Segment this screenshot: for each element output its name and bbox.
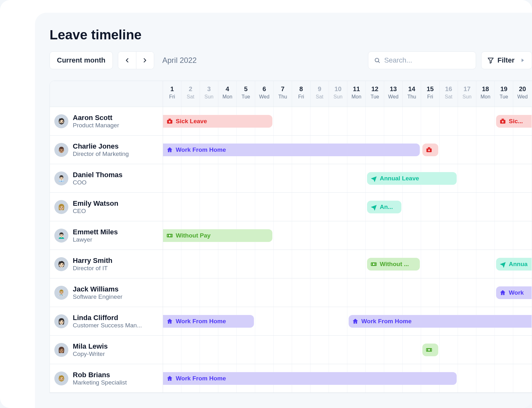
timeline-row: 👩🏽 Mila Lewis Copy-Writer [50,336,532,364]
leave-bar-wfh[interactable]: Work From Home [163,372,457,385]
leave-bar-annual[interactable]: Annual Leave [367,172,457,185]
timeline-cell [200,278,218,307]
next-month-button[interactable] [136,52,154,69]
timeline-cell [310,336,329,364]
timeline-cell [476,221,495,250]
timeline-cell [347,336,366,364]
timeline-cell [329,107,347,135]
timeline-cell [440,250,458,278]
leave-bar-withoutpay[interactable]: Without ... [367,258,420,271]
leave-bar-annual[interactable]: Annua [496,258,532,271]
leave-bar-sick[interactable]: Sic... [496,115,532,128]
timeline-cell [163,250,181,278]
employee-role: Lawyer [73,236,118,243]
timeline-cell [440,278,458,307]
employee-name: Mila Lewis [73,342,108,351]
day-header: 4 Mon [218,81,237,107]
timeline-cell [513,364,532,392]
employee-role: Director of Marketing [73,150,129,157]
timeline-grid: Work [163,278,532,307]
timeline-grid: Without Pay [163,221,532,250]
svg-rect-5 [168,118,171,120]
timeline-cell [329,250,347,278]
employee-name: Charlie Jones [73,142,129,150]
filter-button[interactable]: Filter [481,51,532,69]
timeline-row: 👨🏻‍💼 Daniel Thomas COO Annual Leave [50,164,532,193]
leave-bar-withoutpay[interactable]: Without Pay [163,229,272,242]
timeline-cell [440,336,458,364]
medkit-icon [166,118,173,125]
chevron-right-icon [141,57,148,64]
day-header: 16 Sat [440,81,458,107]
timeline-cell [274,278,292,307]
employee-cell[interactable]: 👨🏼‍⚕️ Jack Williams Software Engineer [50,278,163,307]
day-number: 18 [476,85,494,93]
leave-bar-sick[interactable] [422,144,438,156]
employee-cell[interactable]: 👨🏻‍🦱 Emmett Miles Lawyer [50,221,163,250]
day-number: 3 [200,85,218,93]
day-of-week: Sat [310,94,329,100]
day-number: 8 [292,85,310,93]
search-box[interactable] [368,51,476,69]
employee-cell[interactable]: 👩🏽 Mila Lewis Copy-Writer [50,336,163,364]
day-of-week: Mon [476,94,494,100]
timeline-cell [255,278,274,307]
employee-cell[interactable]: 👩🏼 Emily Watson CEO [50,193,163,221]
timeline-row: 👨🏼‍⚕️ Jack Williams Software Engineer Wo… [50,278,532,307]
svg-rect-19 [172,235,172,237]
timeline-grid: Sick Leave Sic... [163,107,532,135]
timeline-cell [403,107,421,135]
leave-bar-annual[interactable]: An... [367,201,401,213]
day-of-week: Wed [513,94,532,100]
timeline-cell [440,136,458,164]
timeline-cell [421,250,440,278]
timeline-cell [513,336,532,364]
day-number: 2 [181,85,200,93]
day-number: 15 [421,85,439,93]
timeline-cell [384,221,403,250]
employee-name: Daniel Thomas [73,171,122,179]
day-header: 8 Fri [292,81,310,107]
timeline-grid: Work From Home Work From Home [163,307,532,335]
timeline-cell [255,336,274,364]
leave-bar-wfh[interactable]: Work From Home [163,144,420,156]
timeline-cell [476,364,495,392]
employee-cell[interactable]: 🧑🏻 Harry Smith Director of IT [50,250,163,278]
day-of-week: Wed [384,94,402,100]
leave-bar-wfh[interactable]: Work [496,286,532,299]
employee-cell[interactable]: 🧔🏼 Rob Brians Marketing Specialist [50,364,163,392]
timeline-row: 👩🏻 Linda Clifford Customer Success Man..… [50,307,532,336]
timeline-cell [495,221,513,250]
search-input[interactable] [384,56,470,64]
money-icon [166,232,173,239]
timeline-cell [403,336,421,364]
timeline-cell [329,221,347,250]
day-number: 10 [329,85,347,93]
timeline-cell [329,164,347,192]
employee-cell[interactable]: 👩🏻 Linda Clifford Customer Success Man..… [50,307,163,335]
timeline-cell [163,164,181,192]
timeline-cell [403,221,421,250]
leave-bar-label: Sick Leave [176,118,207,125]
employee-cell[interactable]: 🧔🏻 Aaron Scott Product Manager [50,107,163,135]
employee-cell[interactable]: 👨🏽 Charlie Jones Director of Marketing [50,136,163,164]
timeline-cell [274,336,292,364]
svg-rect-22 [372,263,372,265]
timeline-cell [329,278,347,307]
employee-cell[interactable]: 👨🏻‍💼 Daniel Thomas COO [50,164,163,192]
current-month-button[interactable]: Current month [50,51,113,69]
home-icon [166,318,173,325]
leave-bar-sick[interactable]: Sick Leave [163,115,272,128]
leave-bar-wfh[interactable]: Work From Home [163,315,254,328]
leave-bar-withoutpay[interactable] [422,344,438,356]
home-icon [166,375,173,382]
svg-rect-27 [431,349,432,351]
timeline-cell [310,164,329,192]
day-of-week: Sat [181,94,200,100]
prev-month-button[interactable] [118,52,136,69]
leave-bar-label: Annual Leave [380,175,419,182]
leave-bar-label: An... [380,204,393,211]
day-of-week: Fri [163,94,181,100]
leave-bar-wfh[interactable]: Work From Home [349,315,532,328]
svg-rect-18 [167,235,168,237]
